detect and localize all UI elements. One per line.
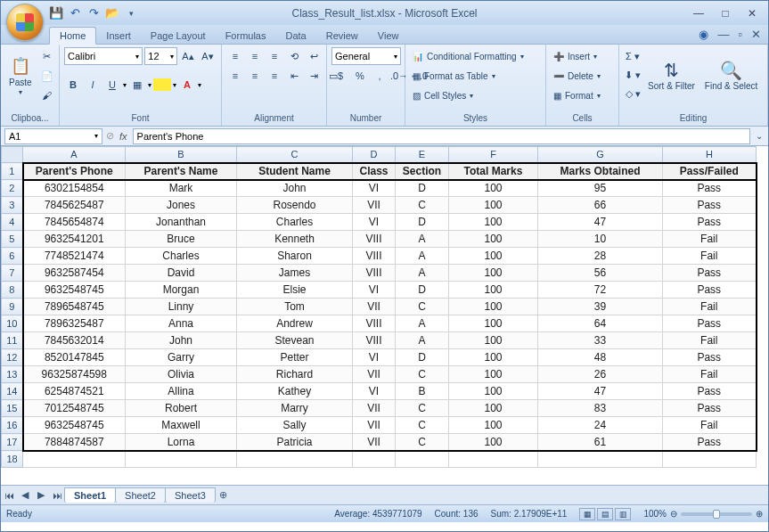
cell-15-A[interactable]: 7012548745 bbox=[23, 400, 126, 417]
cell-6-D[interactable]: VIII bbox=[353, 248, 396, 265]
cell-8-C[interactable]: Elsie bbox=[237, 282, 353, 299]
row-header-8[interactable]: 8 bbox=[2, 282, 23, 299]
cell-7-E[interactable]: A bbox=[396, 265, 449, 282]
cell-8-E[interactable]: D bbox=[396, 282, 449, 299]
grow-font-icon[interactable]: A▴ bbox=[179, 47, 197, 65]
tab-review[interactable]: Review bbox=[316, 28, 368, 44]
cell-header-5[interactable]: Total Marks bbox=[449, 163, 538, 180]
cell-13-A[interactable]: 96325874598 bbox=[23, 366, 126, 383]
cell-17-B[interactable]: Lorna bbox=[126, 434, 237, 451]
cell-3-G[interactable]: 66 bbox=[538, 197, 663, 214]
cell-10-G[interactable]: 64 bbox=[538, 315, 663, 332]
cell-16-D[interactable]: VII bbox=[353, 417, 396, 434]
column-header-D[interactable]: D bbox=[353, 147, 396, 163]
office-button[interactable] bbox=[6, 4, 44, 41]
cell-14-C[interactable]: Kathey bbox=[237, 383, 353, 400]
cell-18-C[interactable] bbox=[237, 451, 353, 468]
cell-10-A[interactable]: 7896325487 bbox=[23, 315, 126, 332]
sheet-tab-3[interactable]: Sheet3 bbox=[165, 487, 216, 503]
cell-9-A[interactable]: 7896548745 bbox=[23, 299, 126, 315]
underline-dropdown-icon[interactable]: ▾ bbox=[123, 81, 127, 89]
cell-14-D[interactable]: VI bbox=[353, 383, 396, 400]
orientation-icon[interactable]: ⟲ bbox=[285, 47, 303, 65]
row-header-5[interactable]: 5 bbox=[2, 231, 23, 248]
cell-5-C[interactable]: Kenneth bbox=[237, 231, 353, 248]
cell-12-B[interactable]: Garry bbox=[126, 349, 237, 366]
cell-16-C[interactable]: Sally bbox=[237, 417, 353, 434]
cell-6-H[interactable]: Fail bbox=[663, 248, 757, 265]
normal-view-icon[interactable]: ▦ bbox=[579, 508, 595, 520]
tab-data[interactable]: Data bbox=[275, 28, 315, 44]
cell-5-D[interactable]: VIII bbox=[353, 231, 396, 248]
align-middle-icon[interactable]: ≡ bbox=[246, 47, 264, 65]
sheet-tab-2[interactable]: Sheet2 bbox=[115, 487, 166, 503]
column-header-F[interactable]: F bbox=[449, 147, 538, 163]
cell-8-H[interactable]: Pass bbox=[663, 282, 757, 299]
cell-16-G[interactable]: 24 bbox=[538, 417, 663, 434]
cell-2-C[interactable]: John bbox=[237, 180, 353, 197]
cell-15-E[interactable]: C bbox=[396, 400, 449, 417]
cell-14-G[interactable]: 47 bbox=[538, 383, 663, 400]
cell-6-G[interactable]: 28 bbox=[538, 248, 663, 265]
cell-8-B[interactable]: Morgan bbox=[126, 282, 237, 299]
cell-7-G[interactable]: 56 bbox=[538, 265, 663, 282]
cell-5-F[interactable]: 100 bbox=[449, 231, 538, 248]
align-right-icon[interactable]: ≡ bbox=[266, 67, 283, 85]
cell-2-E[interactable]: D bbox=[396, 180, 449, 197]
decrease-indent-icon[interactable]: ⇤ bbox=[285, 67, 303, 85]
cell-10-D[interactable]: VIII bbox=[353, 315, 396, 332]
cell-13-D[interactable]: VII bbox=[353, 366, 396, 383]
align-center-icon[interactable]: ≡ bbox=[246, 67, 264, 85]
cell-13-H[interactable]: Fail bbox=[663, 366, 757, 383]
cell-11-G[interactable]: 33 bbox=[538, 332, 663, 349]
cell-3-E[interactable]: C bbox=[396, 197, 449, 214]
row-header-7[interactable]: 7 bbox=[2, 265, 23, 282]
wrap-text-icon[interactable]: ↩ bbox=[305, 47, 323, 65]
cell-7-C[interactable]: James bbox=[237, 265, 353, 282]
cell-14-A[interactable]: 6254874521 bbox=[23, 383, 126, 400]
cell-13-F[interactable]: 100 bbox=[449, 366, 538, 383]
cell-11-E[interactable]: A bbox=[396, 332, 449, 349]
cell-4-A[interactable]: 7845654874 bbox=[23, 214, 126, 231]
tab-home[interactable]: Home bbox=[49, 27, 96, 45]
clear-icon[interactable]: ◇ ▾ bbox=[624, 85, 642, 102]
cell-8-A[interactable]: 9632548745 bbox=[23, 282, 126, 299]
undo-icon[interactable]: ↶ bbox=[68, 6, 82, 20]
fill-down-icon[interactable]: ⬇ ▾ bbox=[624, 66, 642, 84]
cell-14-H[interactable]: Pass bbox=[663, 383, 757, 400]
cell-12-C[interactable]: Petter bbox=[237, 349, 353, 366]
border-button[interactable]: ▦ bbox=[128, 76, 146, 94]
cell-17-A[interactable]: 7884874587 bbox=[23, 434, 126, 451]
cell-5-E[interactable]: A bbox=[396, 231, 449, 248]
cell-10-C[interactable]: Andrew bbox=[237, 315, 353, 332]
cell-10-E[interactable]: A bbox=[396, 315, 449, 332]
cell-header-1[interactable]: Parent's Name bbox=[126, 163, 237, 180]
cell-header-4[interactable]: Section bbox=[396, 163, 449, 180]
row-header-9[interactable]: 9 bbox=[2, 299, 23, 315]
formula-input[interactable]: Parent's Phone bbox=[133, 128, 750, 144]
cell-10-H[interactable]: Pass bbox=[663, 315, 757, 332]
save-icon[interactable]: 💾 bbox=[49, 6, 63, 20]
cell-6-B[interactable]: Charles bbox=[126, 248, 237, 265]
expand-formula-bar-icon[interactable]: ⌄ bbox=[750, 131, 768, 141]
cell-12-A[interactable]: 8520147845 bbox=[23, 349, 126, 366]
select-all-corner[interactable] bbox=[2, 147, 23, 163]
cell-header-7[interactable]: Pass/Failed bbox=[663, 163, 757, 180]
cell-2-B[interactable]: Mark bbox=[126, 180, 237, 197]
cell-17-E[interactable]: C bbox=[396, 434, 449, 451]
number-format-combo[interactable]: General▾ bbox=[331, 47, 401, 65]
paste-button[interactable]: 📋 Paste ▾ bbox=[5, 47, 36, 104]
cell-7-A[interactable]: 9632587454 bbox=[23, 265, 126, 282]
italic-button[interactable]: I bbox=[84, 76, 102, 94]
cell-11-H[interactable]: Fail bbox=[663, 332, 757, 349]
column-header-E[interactable]: E bbox=[396, 147, 449, 163]
fx-icon[interactable]: fx bbox=[119, 131, 127, 142]
cell-16-H[interactable]: Fail bbox=[663, 417, 757, 434]
cell-8-F[interactable]: 100 bbox=[449, 282, 538, 299]
cut-icon[interactable]: ✂ bbox=[38, 47, 56, 65]
column-header-A[interactable]: A bbox=[23, 147, 126, 163]
font-color-dropdown-icon[interactable]: ▾ bbox=[198, 81, 201, 89]
row-header-17[interactable]: 17 bbox=[2, 434, 23, 451]
row-header-10[interactable]: 10 bbox=[2, 315, 23, 332]
redo-icon[interactable]: ↷ bbox=[86, 6, 101, 20]
